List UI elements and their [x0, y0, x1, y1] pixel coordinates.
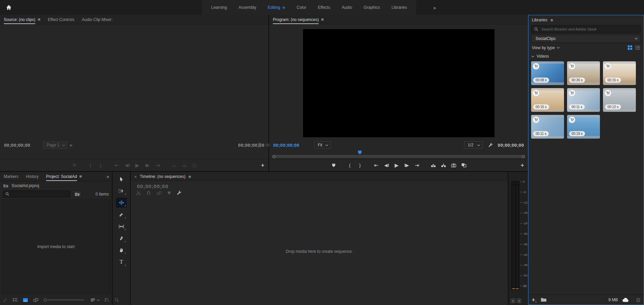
grid-view-icon[interactable] — [627, 45, 632, 50]
video-thumbnail[interactable]: 00:08 s — [531, 61, 564, 85]
drag-video-icon[interactable] — [258, 143, 262, 147]
timeline-drop-zone[interactable]: Drop media here to create sequence. — [131, 198, 508, 305]
project-search-input[interactable] — [3, 190, 70, 198]
add-marker-button[interactable] — [328, 161, 339, 169]
icon-view-button[interactable] — [23, 298, 28, 302]
home-button[interactable] — [0, 0, 18, 15]
tab-audio-clip-mixer[interactable]: Audio Clip Mixer: — [78, 15, 116, 24]
videos-section-header[interactable]: Videos — [528, 52, 644, 59]
step-forward-button[interactable]: ▶ — [142, 161, 153, 169]
step-back-button[interactable]: ◀ — [381, 161, 391, 169]
play-button[interactable]: ▶ — [391, 161, 402, 169]
go-to-in-button[interactable]: ⇤ — [371, 161, 381, 169]
list-view-button[interactable] — [13, 298, 18, 302]
close-panel-icon[interactable]: × — [134, 174, 137, 179]
find-button[interactable] — [115, 298, 119, 302]
cloud-sync-icon[interactable] — [622, 298, 629, 302]
workspace-tab-effects[interactable]: Effects — [312, 0, 336, 15]
workspace-tab-audio[interactable]: Audio — [336, 0, 358, 15]
play-button[interactable]: ▶ — [132, 161, 142, 169]
timeline-title[interactable]: Timeline: (no sequences) — [140, 174, 185, 179]
slip-tool[interactable] — [117, 222, 126, 231]
search-bin-button[interactable] — [73, 191, 81, 197]
step-forward-button[interactable]: ▶ — [402, 161, 412, 169]
view-by-type-dropdown[interactable]: View by type — [532, 45, 555, 50]
step-back-button[interactable]: ◀ — [122, 161, 132, 169]
drag-audio-icon[interactable] — [265, 143, 270, 147]
hand-tool[interactable] — [117, 246, 126, 255]
insert-button[interactable] — [169, 161, 179, 169]
export-frame-button[interactable] — [189, 161, 199, 169]
snap-icon[interactable] — [146, 191, 151, 195]
lift-button[interactable] — [428, 161, 438, 169]
extract-button[interactable] — [438, 161, 448, 169]
source-scrub-area[interactable] — [0, 150, 268, 159]
workspace-overflow-icon[interactable]: » — [430, 0, 439, 15]
scissors-icon[interactable] — [136, 191, 141, 195]
workspace-tab-editing[interactable]: Editing≡ — [262, 0, 291, 15]
tab-project[interactable]: Project: SocialAd≡ — [42, 172, 86, 181]
project-writable-icon[interactable] — [3, 298, 7, 302]
overwrite-button[interactable] — [179, 161, 189, 169]
tab-program[interactable]: Program: (no sequences)≡ — [269, 15, 327, 24]
panel-overflow-icon[interactable]: » — [106, 174, 112, 179]
video-thumbnail[interactable]: 00:15 s — [603, 61, 636, 85]
panel-menu-icon[interactable]: ≡ — [188, 175, 191, 179]
add-content-button[interactable]: + — [532, 297, 537, 303]
workspace-tab-assembly[interactable]: Assembly — [233, 0, 262, 15]
program-current-timecode[interactable]: 00;00;00;00 — [273, 143, 299, 148]
project-empty-area[interactable]: Import media to start — [2, 200, 110, 294]
tab-history[interactable]: History — [22, 172, 42, 181]
panel-menu-icon[interactable]: ≡ — [79, 174, 82, 179]
list-view-icon[interactable] — [635, 45, 640, 50]
razor-tool[interactable] — [117, 210, 126, 219]
automate-to-sequence-button[interactable] — [104, 298, 109, 302]
library-selector[interactable]: SocialClips — [531, 35, 641, 43]
type-tool[interactable]: T — [117, 258, 126, 266]
mark-out-button[interactable]: } — [355, 161, 365, 169]
tab-source[interactable]: Source: (no clips)≡ — [0, 15, 44, 24]
zoom-slider-handle[interactable] — [44, 299, 47, 302]
comparison-view-button[interactable] — [459, 161, 469, 169]
mark-out-button[interactable]: } — [96, 161, 106, 169]
go-to-in-button[interactable]: ⇤ — [112, 161, 122, 169]
project-file-name[interactable]: SocialAd.prproj — [12, 183, 39, 188]
workspace-tab-color[interactable]: Color — [291, 0, 312, 15]
libraries-search-box[interactable] — [531, 25, 641, 33]
ripple-edit-tool[interactable] — [117, 198, 126, 207]
program-zoom-scrollbar[interactable] — [272, 155, 525, 158]
go-to-out-button[interactable]: ⇥ — [412, 161, 422, 169]
workspace-menu-icon[interactable]: ≡ — [282, 5, 285, 10]
video-thumbnail[interactable]: 00:12 s — [603, 88, 636, 112]
export-frame-button[interactable] — [448, 161, 459, 169]
timeline-settings-wrench-icon[interactable] — [177, 190, 182, 196]
button-editor-plus[interactable]: + — [521, 162, 524, 169]
video-thumbnail[interactable]: 00:15 s — [531, 88, 564, 112]
page-play-icon[interactable]: ▶ — [70, 143, 73, 147]
video-thumbnail[interactable]: 00:19 s — [567, 115, 600, 139]
go-to-out-button[interactable]: ⇥ — [153, 161, 163, 169]
libraries-search-input[interactable] — [541, 27, 638, 32]
zoom-fit-selector[interactable]: Fit — [314, 141, 330, 149]
program-scrub-area[interactable] — [269, 150, 528, 159]
button-editor-plus[interactable]: + — [261, 162, 264, 169]
settings-wrench-icon[interactable] — [488, 143, 493, 148]
delete-trash-icon[interactable] — [636, 298, 640, 302]
video-thumbnail[interactable]: 00:26 s — [567, 61, 600, 85]
tab-effect-controls[interactable]: Effect Controls — [44, 15, 78, 24]
workspace-tab-graphics[interactable]: Graphics — [358, 0, 386, 15]
mark-in-button[interactable]: { — [345, 161, 355, 169]
mark-in-button[interactable]: { — [85, 161, 96, 169]
playhead-marker[interactable] — [358, 150, 362, 155]
project-search-field[interactable] — [9, 192, 68, 197]
panel-menu-icon[interactable]: ≡ — [321, 17, 324, 22]
add-marker-icon[interactable] — [167, 191, 171, 195]
solo-right-button[interactable]: S — [517, 299, 521, 303]
playback-resolution-selector[interactable]: 1/2 — [464, 141, 483, 149]
folder-up-icon[interactable] — [3, 184, 8, 188]
linked-selection-icon[interactable] — [157, 191, 162, 195]
pen-tool[interactable] — [117, 234, 126, 243]
track-select-forward-tool[interactable] — [117, 186, 126, 195]
selection-tool[interactable] — [117, 175, 126, 183]
page-selector[interactable]: Page 1 — [43, 141, 67, 149]
